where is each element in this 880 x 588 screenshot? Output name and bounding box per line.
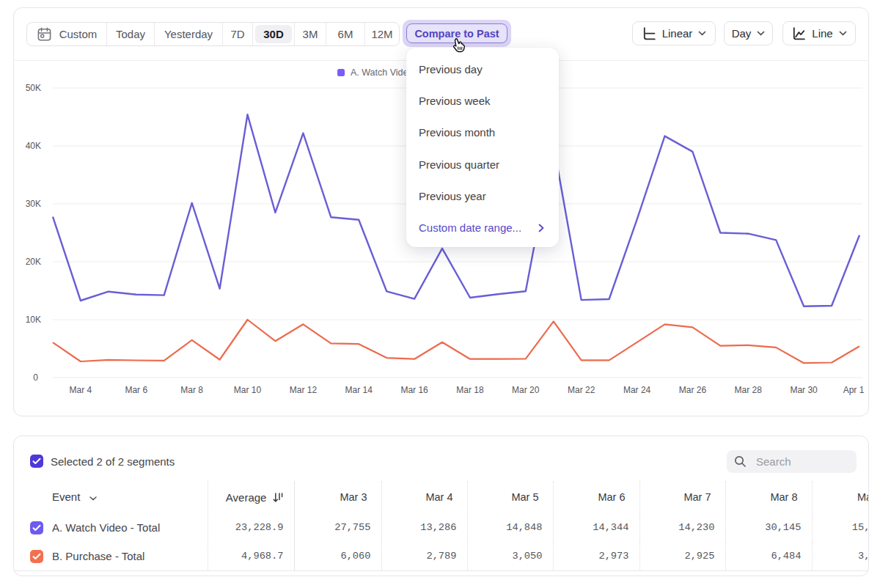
svg-text:Apr 1: Apr 1 [843, 385, 865, 395]
svg-text:Mar 16: Mar 16 [400, 385, 428, 395]
svg-text:Mar 8: Mar 8 [180, 385, 203, 395]
svg-text:Mar 6: Mar 6 [125, 385, 147, 395]
svg-text:10K: 10K [26, 315, 41, 325]
svg-text:Mar 4: Mar 4 [70, 385, 92, 395]
svg-text:Mar 10: Mar 10 [234, 385, 262, 395]
svg-text:50K: 50K [26, 83, 41, 93]
svg-text:30K: 30K [26, 199, 41, 209]
svg-text:Mar 18: Mar 18 [456, 385, 484, 395]
svg-text:Mar 26: Mar 26 [679, 385, 707, 395]
svg-text:0: 0 [33, 372, 38, 383]
svg-text:Mar 12: Mar 12 [290, 385, 318, 395]
svg-text:Mar 14: Mar 14 [345, 385, 373, 395]
svg-text:Mar 28: Mar 28 [735, 385, 763, 395]
svg-text:40K: 40K [26, 141, 41, 151]
svg-text:Mar 20: Mar 20 [512, 385, 540, 395]
svg-text:Mar 30: Mar 30 [790, 385, 818, 395]
svg-text:Mar 24: Mar 24 [623, 385, 651, 395]
svg-text:20K: 20K [26, 257, 41, 267]
svg-text:Mar 22: Mar 22 [568, 385, 595, 395]
